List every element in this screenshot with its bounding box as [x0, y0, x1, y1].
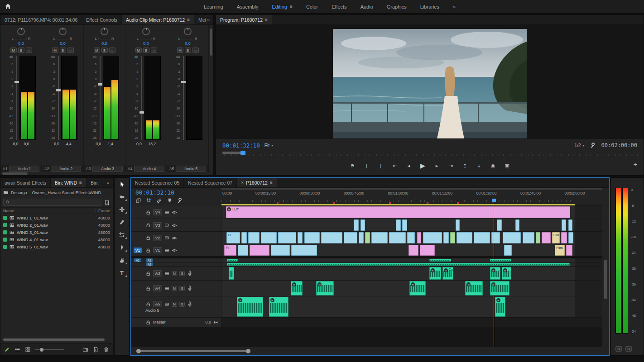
- video-clip[interactable]: Fi: [226, 232, 240, 243]
- tab-nested-sequence-07[interactable]: Nested Sequence 07: [184, 178, 237, 187]
- workspace-tab-assembly[interactable]: Assembly: [237, 4, 259, 10]
- playhead-handle[interactable]: [492, 199, 496, 202]
- pan-knob[interactable]: [17, 28, 25, 35]
- track-target-v1[interactable]: V1: [153, 247, 162, 253]
- sequence-marker[interactable]: [333, 202, 335, 204]
- sequence-marker[interactable]: [277, 202, 279, 204]
- pan-slider[interactable]: [15, 38, 27, 39]
- trash-icon[interactable]: [103, 347, 109, 352]
- track-target-v4[interactable]: V4: [153, 209, 162, 215]
- column-name[interactable]: Name: [3, 209, 14, 213]
- sync-lock-icon[interactable]: [164, 271, 169, 276]
- settings-wrench-icon[interactable]: [590, 143, 596, 148]
- fader-handle[interactable]: [56, 89, 61, 91]
- solo-button[interactable]: S: [179, 271, 185, 276]
- video-clip[interactable]: [396, 219, 401, 231]
- workspace-overflow-button[interactable]: »: [453, 4, 456, 10]
- solo-button-right[interactable]: S: [625, 346, 632, 352]
- fader-handle[interactable]: [98, 83, 102, 86]
- video-clip[interactable]: [389, 232, 406, 243]
- hand-tool[interactable]: [115, 254, 129, 267]
- video-clip[interactable]: [450, 232, 455, 243]
- track-target-v3[interactable]: V3: [153, 222, 162, 229]
- video-clip[interactable]: [523, 232, 535, 243]
- linked-selection-button[interactable]: [156, 198, 162, 204]
- timeline-settings-icon[interactable]: [177, 198, 183, 204]
- video-clip[interactable]: [402, 219, 407, 231]
- nest-icon[interactable]: [135, 198, 141, 204]
- timeline-timecode[interactable]: 00:01:32:10: [135, 189, 174, 196]
- video-clip[interactable]: Film: [555, 245, 565, 256]
- video-clip[interactable]: [420, 245, 435, 256]
- audio-clip[interactable]: fx: [490, 281, 510, 295]
- video-clip[interactable]: [344, 232, 357, 243]
- panel-overflow-icon[interactable]: »: [105, 178, 111, 187]
- track-target-a1[interactable]: A1: [146, 258, 153, 262]
- video-clip[interactable]: Fil: [224, 245, 236, 256]
- zoom-handle-right[interactable]: [246, 349, 250, 353]
- video-clip[interactable]: [371, 232, 388, 243]
- icon-view-icon[interactable]: [25, 347, 31, 352]
- solo-button[interactable]: S: [60, 48, 66, 53]
- list-item[interactable]: WIND 5_01.wav48000: [0, 243, 113, 250]
- pen-tool[interactable]: [115, 241, 129, 254]
- add-marker-button[interactable]: ⚑: [348, 161, 358, 170]
- video-clip[interactable]: [304, 232, 320, 243]
- track-target-a5[interactable]: A5: [153, 301, 162, 307]
- audio-clip[interactable]: fx: [490, 267, 500, 280]
- panel-menu-icon[interactable]: ≡: [270, 180, 273, 185]
- audio-clip[interactable]: [227, 263, 570, 266]
- mute-button[interactable]: M: [172, 286, 177, 291]
- track-name[interactable]: Audio 3: [92, 166, 123, 172]
- audio-clip[interactable]: fx: [495, 297, 505, 317]
- workspace-tab-editing[interactable]: Editing≡: [272, 4, 292, 10]
- program-timecode[interactable]: 00:01:32:10: [222, 142, 260, 149]
- solo-button[interactable]: S: [143, 48, 149, 53]
- track-target-a2[interactable]: A2: [146, 262, 153, 266]
- list-item[interactable]: WIND 1_01.wav48000: [0, 214, 113, 221]
- video-clip[interactable]: fxLUT: [226, 206, 570, 218]
- track-lock-icon[interactable]: [146, 271, 151, 276]
- sync-lock-icon[interactable]: [164, 248, 169, 253]
- pan-knob[interactable]: [184, 28, 192, 35]
- timeline-settings-button[interactable]: [177, 198, 183, 204]
- program-zoom-bar[interactable]: [222, 152, 242, 154]
- volume-fader[interactable]: [181, 56, 186, 140]
- tab-bin[interactable]: Bin:: [87, 178, 103, 187]
- tab-p1600712[interactable]: ×P1600712≡: [237, 178, 277, 187]
- close-icon[interactable]: ×: [241, 180, 244, 185]
- write-keyframes-button[interactable]: ○: [151, 48, 157, 53]
- video-clip[interactable]: [561, 232, 567, 243]
- mute-button[interactable]: M: [135, 48, 142, 53]
- new-item-icon[interactable]: [93, 347, 99, 352]
- workspace-tab-color[interactable]: Color: [306, 4, 318, 10]
- video-clip[interactable]: [250, 245, 269, 256]
- sync-lock-icon[interactable]: [164, 223, 169, 228]
- tab-0712-p1116796-mp4-00-01-34-06[interactable]: 0712: P1116796.MP4: 00:01:34:06: [0, 15, 82, 24]
- mark-in-button[interactable]: {: [362, 161, 372, 170]
- panel-menu-icon[interactable]: ≡: [265, 17, 268, 22]
- list-item[interactable]: WIND 2_01.wav48000: [0, 221, 113, 229]
- video-clip[interactable]: [359, 232, 364, 243]
- timeline-ruler[interactable]: 00:0000:00:15:0000:00:30:0000:00:45:0000…: [221, 188, 602, 206]
- new-bin-icon[interactable]: [82, 347, 88, 352]
- source-patch-a1[interactable]: A1: [134, 258, 141, 262]
- video-clip[interactable]: [457, 232, 472, 243]
- sequence-marker[interactable]: [389, 202, 391, 204]
- video-clip[interactable]: [248, 232, 260, 243]
- video-clip[interactable]: [503, 232, 521, 243]
- new-item-button[interactable]: [93, 347, 99, 352]
- workspace-tab-learning[interactable]: Learning: [204, 4, 223, 10]
- track-name[interactable]: Audio 1: [9, 166, 39, 172]
- video-clip[interactable]: [491, 232, 500, 243]
- sequence-marker[interactable]: [457, 202, 459, 204]
- delete-button[interactable]: [103, 347, 109, 352]
- add-marker-icon[interactable]: [167, 198, 173, 204]
- video-clip[interactable]: [354, 219, 359, 231]
- volume-fader[interactable]: [98, 56, 103, 140]
- track-output-icon[interactable]: [172, 248, 177, 253]
- mark-out-button[interactable]: }: [376, 161, 386, 170]
- lift-button[interactable]: ↥: [460, 161, 470, 170]
- audio-clip[interactable]: [227, 259, 237, 262]
- slip-tool[interactable]: [115, 229, 129, 241]
